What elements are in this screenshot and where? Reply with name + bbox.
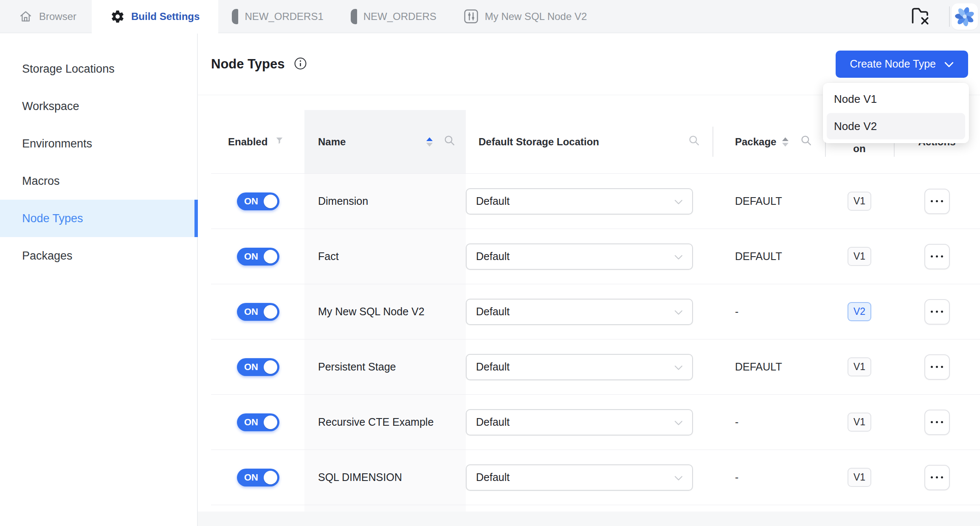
cell-version: V1	[825, 395, 894, 450]
row-actions-button[interactable]	[924, 299, 950, 325]
toggle-knob	[264, 471, 277, 484]
enabled-toggle[interactable]: ON	[237, 358, 279, 376]
table-row: ON Persistent Stage Default DEFAULT V1	[211, 339, 980, 394]
sidebar-item-storage-locations[interactable]: Storage Locations	[0, 50, 197, 88]
toggle-state-label: ON	[244, 362, 258, 373]
row-actions-button[interactable]	[924, 244, 950, 269]
sort-control[interactable]	[782, 137, 789, 147]
storage-location-select[interactable]: Default	[466, 409, 693, 436]
column-header-package: Package	[712, 110, 825, 173]
node-type-name: Fact	[318, 250, 339, 263]
page-title: Node Types	[211, 57, 284, 72]
storage-location-select[interactable]: Default	[466, 243, 693, 270]
close-all-tabs-button[interactable]	[908, 4, 931, 28]
cell-version: V1	[825, 450, 894, 505]
table-row-partial	[211, 505, 980, 512]
sidebar-item-packages[interactable]: Packages	[0, 237, 197, 274]
sidebar-item-environments[interactable]: Environments	[0, 125, 197, 162]
enabled-toggle[interactable]: ON	[237, 192, 279, 210]
cell-package: DEFAULT	[712, 174, 825, 229]
cell-package: -	[712, 450, 825, 505]
column-header-enabled: Enabled	[211, 110, 304, 173]
create-node-type-label: Create Node Type	[850, 58, 936, 70]
toggle-knob	[264, 305, 277, 319]
storage-location-select[interactable]: Default	[466, 354, 693, 380]
row-actions-button[interactable]	[924, 465, 950, 490]
tab-new-orders[interactable]: NEW_ORDERS	[337, 0, 450, 33]
search-icon[interactable]	[688, 135, 700, 149]
tab-label: Browser	[39, 11, 76, 23]
table-row: ON Fact Default DEFAULT V1	[211, 229, 980, 284]
cell-package: DEFAULT	[712, 229, 825, 284]
tab-build-settings[interactable]: Build Settings	[92, 0, 218, 33]
sidebar-item-label: Storage Locations	[22, 62, 115, 76]
node-type-name: Persistent Stage	[318, 361, 396, 373]
cell-actions	[894, 395, 980, 450]
cell-version: V1	[825, 339, 894, 394]
cell-enabled: ON	[211, 450, 304, 505]
cell-enabled: ON	[211, 174, 304, 229]
close-tabs-icon	[908, 4, 931, 28]
storage-location-select[interactable]: Default	[466, 299, 693, 325]
package-name: DEFAULT	[735, 250, 782, 263]
node-type-name: My New SQL Node V2	[318, 305, 425, 318]
gear-icon	[110, 9, 125, 24]
table-row: ON Recursive CTE Example Default - V1	[211, 394, 980, 450]
sort-control[interactable]	[426, 137, 433, 147]
cell-version: V1	[825, 229, 894, 284]
chevron-down-icon	[674, 416, 683, 428]
sidebar-item-macros[interactable]: Macros	[0, 162, 197, 200]
tabbar-actions	[908, 0, 980, 33]
search-icon[interactable]	[444, 135, 455, 149]
tab-new-orders1[interactable]: NEW_ORDERS1	[218, 0, 337, 33]
storage-location-select[interactable]: Default	[466, 464, 693, 491]
tab-label: NEW_ORDERS	[363, 11, 436, 23]
row-actions-button[interactable]	[924, 189, 950, 214]
enabled-toggle[interactable]: ON	[237, 248, 279, 266]
menu-item-node-v2[interactable]: Node V2	[827, 113, 965, 139]
tab-browser[interactable]: Browser	[0, 0, 92, 33]
filter-icon[interactable]	[275, 136, 284, 148]
column-header-name: Name	[304, 110, 466, 173]
chevron-down-icon	[674, 471, 683, 484]
enabled-toggle[interactable]: ON	[237, 303, 279, 321]
sidebar-item-node-types[interactable]: Node Types	[0, 200, 197, 237]
info-button[interactable]	[294, 57, 307, 71]
toggle-knob	[264, 195, 277, 208]
cell-name: My New SQL Node V2	[304, 284, 466, 339]
coalesce-logo[interactable]	[952, 3, 978, 30]
tab-label: NEW_ORDERS1	[245, 11, 323, 23]
version-badge: V1	[848, 357, 871, 376]
row-actions-button[interactable]	[924, 354, 950, 380]
tab-label: My New SQL Node V2	[485, 11, 587, 23]
cell-version: V2	[825, 284, 894, 339]
enabled-toggle[interactable]: ON	[237, 413, 279, 431]
app-window: Browser Build Settings NEW_ORDERS1 NEW_O…	[0, 0, 980, 526]
row-actions-button[interactable]	[924, 410, 950, 435]
enabled-toggle[interactable]: ON	[237, 469, 279, 486]
sort-down-icon	[782, 143, 789, 147]
cell-name: SQL DIMENSION	[304, 450, 466, 505]
package-name: -	[735, 471, 738, 484]
tab-my-new-sql-node-v2[interactable]: My New SQL Node V2	[450, 0, 601, 33]
cell-name: Dimension	[304, 174, 466, 229]
cell-package: -	[712, 395, 825, 450]
cell-storage-location: Default	[466, 339, 712, 394]
menu-item-node-v1[interactable]: Node V1	[823, 86, 969, 112]
toggle-knob	[264, 416, 277, 429]
cell-enabled: ON	[211, 284, 304, 339]
cell-enabled: ON	[211, 229, 304, 284]
package-name: DEFAULT	[735, 195, 782, 207]
tab-label: Build Settings	[131, 11, 200, 23]
sidebar-item-label: Packages	[22, 249, 73, 263]
tab-bar: Browser Build Settings NEW_ORDERS1 NEW_O…	[0, 0, 980, 33]
search-icon[interactable]	[800, 135, 812, 149]
sidebar-item-workspace[interactable]: Workspace	[0, 88, 197, 125]
storage-location-select[interactable]: Default	[466, 188, 693, 215]
cell-actions	[894, 450, 980, 505]
table-row: ON Dimension Default DEFAULT V1	[211, 173, 980, 229]
sidebar-item-label: Workspace	[22, 100, 79, 113]
create-node-type-menu: Node V1 Node V2	[823, 83, 969, 143]
create-node-type-button[interactable]: Create Node Type	[836, 51, 968, 78]
sort-down-icon	[426, 143, 433, 147]
